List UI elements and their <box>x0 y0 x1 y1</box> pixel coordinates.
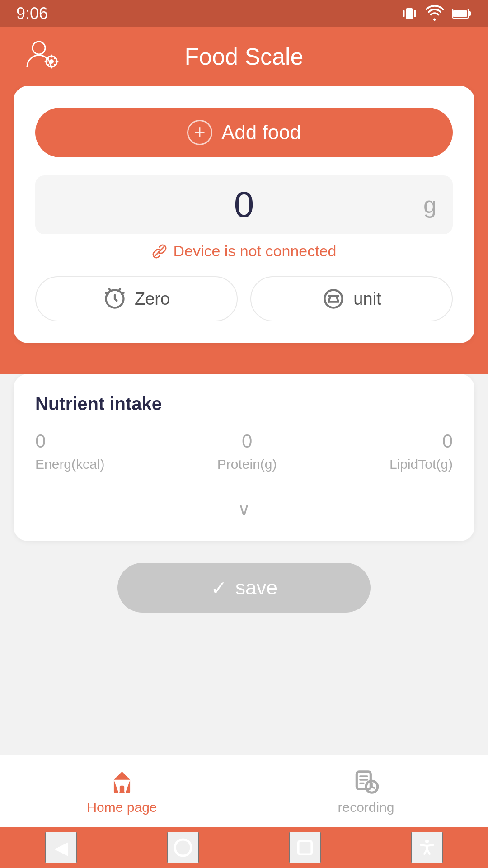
svg-line-17 <box>155 247 164 256</box>
svg-line-13 <box>47 57 48 58</box>
expand-icon[interactable]: ∨ <box>238 500 250 519</box>
add-food-button[interactable]: + Add food <box>35 108 453 157</box>
accessibility-button[interactable] <box>411 832 443 863</box>
protein-label: Protein(g) <box>217 457 277 472</box>
unit-icon <box>322 287 345 311</box>
control-buttons: Zero unit <box>35 276 453 321</box>
svg-rect-4 <box>469 11 471 16</box>
expand-row: ∨ <box>35 494 453 521</box>
weight-unit: g <box>423 191 436 218</box>
accessibility-icon <box>416 837 438 859</box>
home-sys-button[interactable] <box>167 832 199 863</box>
nav-home[interactable]: Home page <box>0 755 244 827</box>
scale-card: + Add food 0 g Device is not connected <box>14 86 474 343</box>
device-status-text: Device is not connected <box>174 242 337 260</box>
energy-label: Energ(kcal) <box>35 457 104 472</box>
zero-button[interactable]: Zero <box>35 276 238 321</box>
svg-point-8 <box>49 59 54 64</box>
battery-icon <box>452 7 472 20</box>
unit-button[interactable]: unit <box>250 276 453 321</box>
recording-label: recording <box>338 800 394 815</box>
main-content: + Add food 0 g Device is not connected <box>0 86 488 755</box>
device-status: Device is not connected <box>35 242 453 260</box>
svg-point-22 <box>175 840 191 856</box>
recent-button[interactable] <box>289 832 321 863</box>
lipid-value: 0 <box>389 430 453 452</box>
vibrate-icon <box>401 5 418 22</box>
user-settings-icon[interactable] <box>23 40 59 73</box>
weight-value: 0 <box>234 184 254 226</box>
svg-rect-5 <box>453 10 467 17</box>
svg-line-16 <box>55 57 56 58</box>
nutrient-protein: 0 Protein(g) <box>217 430 277 472</box>
system-nav-bar: ◀ <box>0 827 488 868</box>
home-icon <box>108 768 136 796</box>
svg-point-24 <box>425 840 429 843</box>
svg-line-14 <box>55 65 56 66</box>
check-icon: ✓ <box>211 576 227 599</box>
unit-label: unit <box>353 289 381 309</box>
svg-point-6 <box>33 42 45 54</box>
svg-rect-23 <box>298 841 311 854</box>
link-icon <box>152 244 167 259</box>
status-bar: 9:06 <box>0 0 488 27</box>
nutrient-energy: 0 Energ(kcal) <box>35 430 104 472</box>
save-area: ✓ save <box>0 554 488 622</box>
nutrient-lipid: 0 LipidTot(g) <box>389 430 453 472</box>
status-time: 9:06 <box>16 4 48 23</box>
page-title: Food Scale <box>184 43 303 70</box>
energy-value: 0 <box>35 430 104 452</box>
wifi-icon <box>426 5 444 22</box>
home-label: Home page <box>87 800 157 815</box>
nutrient-row: 0 Energ(kcal) 0 Protein(g) 0 LipidTot(g) <box>35 430 453 485</box>
protein-value: 0 <box>217 430 277 452</box>
add-food-label: Add food <box>221 121 301 144</box>
plus-circle-icon: + <box>187 120 212 145</box>
nutrient-card: Nutrient intake 0 Energ(kcal) 0 Protein(… <box>14 374 474 541</box>
svg-rect-1 <box>403 10 405 17</box>
zero-label: Zero <box>135 289 170 309</box>
back-button[interactable]: ◀ <box>45 832 77 863</box>
save-label: save <box>235 576 277 599</box>
lipid-label: LipidTot(g) <box>389 457 453 472</box>
app-header: Food Scale <box>0 27 488 86</box>
svg-point-19 <box>325 290 343 308</box>
nutrient-title: Nutrient intake <box>35 394 453 414</box>
weight-display: 0 g <box>35 175 453 234</box>
svg-rect-2 <box>414 10 417 17</box>
status-icons <box>401 5 472 22</box>
bottom-nav: Home page recording <box>0 755 488 827</box>
recording-icon <box>352 768 380 796</box>
save-button[interactable]: ✓ save <box>117 563 371 613</box>
svg-line-15 <box>47 65 48 66</box>
home-sys-icon <box>172 837 194 859</box>
nav-recording[interactable]: recording <box>244 755 488 827</box>
recent-icon <box>295 838 315 858</box>
zero-icon <box>103 287 127 311</box>
svg-rect-0 <box>406 8 413 19</box>
